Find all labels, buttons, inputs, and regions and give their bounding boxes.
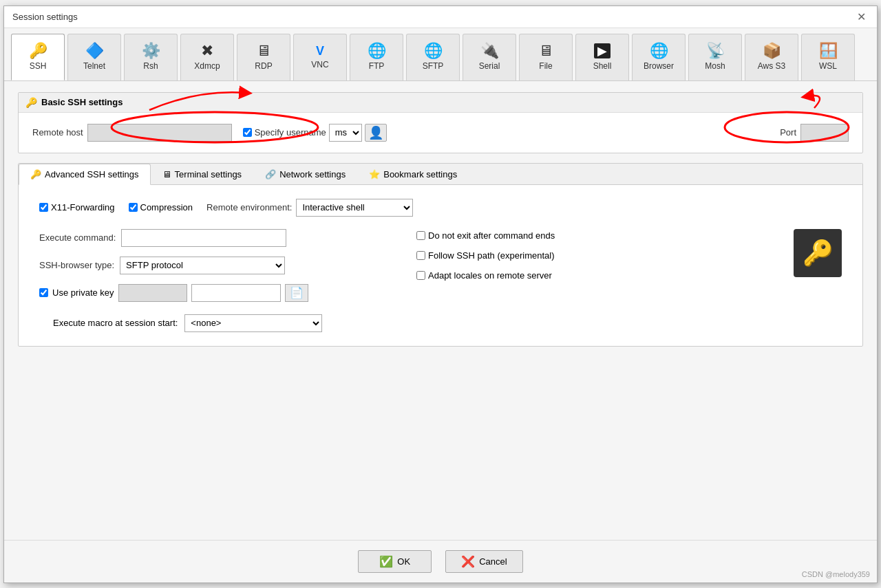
follow-ssh-path-label: Follow SSH path (experimental): [428, 250, 555, 261]
private-key-input[interactable]: [191, 284, 281, 302]
adapt-locales-group: Adapt locales on remote server: [416, 270, 766, 281]
file-icon: 🖥: [538, 43, 553, 58]
tab-shell-label: Shell: [593, 61, 612, 71]
tab-mosh[interactable]: 📡 Mosh: [688, 34, 742, 80]
advanced-tab-label: Advanced SSH settings: [45, 169, 139, 179]
follow-ssh-path-group: Follow SSH path (experimental): [416, 250, 766, 261]
port-label: Port: [780, 127, 796, 138]
do-not-exit-group: Do not exit after command ends: [416, 230, 766, 241]
remote-environment-label: Remote environment:: [206, 202, 292, 213]
tab-mosh-label: Mosh: [705, 61, 725, 71]
rdp-icon: 🖥: [256, 43, 271, 58]
awss3-icon: 📦: [763, 43, 781, 58]
x11-forwarding-checkbox[interactable]: [39, 203, 48, 212]
mosh-icon: 📡: [706, 43, 725, 58]
dialog-title: Session settings: [12, 12, 78, 22]
tab-xdmcp-label: Xdmcp: [194, 61, 220, 71]
remote-host-group: Remote host: [32, 124, 232, 142]
adv-row-split: Execute command: SSH-browser type: SFTP …: [39, 229, 842, 302]
protocol-tabs-bar: 🔑 SSH 🔷 Telnet ⚙️ Rsh ✖ Xdmcp 🖥 RDP V VN…: [4, 28, 877, 81]
basic-ssh-header: 🔑 Basic SSH settings: [19, 93, 862, 113]
tab-rsh-label: Rsh: [143, 61, 158, 71]
execute-macro-select[interactable]: <none>: [184, 314, 322, 332]
adv-row-1: X11-Forwarding Compression Remote enviro…: [39, 199, 842, 217]
tab-ssh[interactable]: 🔑 SSH: [11, 34, 65, 80]
ssh-browser-select[interactable]: SFTP protocol SCP protocol: [120, 257, 285, 274]
shell-icon: ▶: [594, 43, 611, 58]
basic-ssh-icon: 🔑: [25, 97, 37, 108]
do-not-exit-checkbox[interactable]: [416, 231, 425, 240]
tab-shell[interactable]: ▶ Shell: [575, 34, 629, 80]
watermark: CSDN @melody359: [802, 570, 870, 578]
tab-awss3[interactable]: 📦 Aws S3: [745, 34, 798, 80]
username-dropdown[interactable]: ms: [329, 124, 362, 142]
ok-button[interactable]: ✅ OK: [358, 550, 432, 573]
serial-icon: 🔌: [480, 43, 499, 58]
right-col: Do not exit after command ends Follow SS…: [416, 229, 766, 281]
tab-ftp-label: FTP: [369, 61, 385, 71]
telnet-icon: 🔷: [85, 43, 104, 58]
advanced-ssh-section: 🔑 Advanced SSH settings 🖥 Terminal setti…: [18, 163, 863, 347]
adapt-locales-checkbox[interactable]: [416, 271, 425, 280]
advanced-tab-icon: 🔑: [30, 169, 41, 179]
sub-tab-network[interactable]: 🔗 Network settings: [253, 164, 357, 185]
sftp-icon: 🌐: [424, 43, 443, 58]
sub-tab-bookmark[interactable]: ⭐ Bookmark settings: [357, 164, 469, 185]
port-input[interactable]: [800, 124, 849, 142]
ssh-icon: 🔑: [29, 43, 47, 58]
tab-rsh[interactable]: ⚙️ Rsh: [124, 34, 178, 80]
adapt-locales-label: Adapt locales on remote server: [428, 270, 552, 281]
cancel-x-icon: ❌: [461, 555, 475, 568]
execute-command-input[interactable]: [121, 229, 286, 247]
tab-vnc[interactable]: V VNC: [293, 34, 347, 80]
tab-file-label: File: [539, 61, 552, 71]
x11-group: X11-Forwarding: [39, 202, 115, 213]
remote-environment-group: Remote environment: Interactive shell Ba…: [206, 199, 413, 217]
do-not-exit-label: Do not exit after command ends: [428, 230, 555, 241]
tab-ssh-label: SSH: [30, 61, 47, 71]
execute-macro-label: Execute macro at session start:: [53, 318, 178, 328]
tab-rdp-label: RDP: [255, 61, 272, 71]
tab-wsl[interactable]: 🪟 WSL: [801, 34, 855, 80]
left-col: Execute command: SSH-browser type: SFTP …: [39, 229, 389, 302]
ok-checkmark-icon: ✅: [379, 555, 393, 568]
private-key-blurred: [118, 284, 187, 302]
use-private-key-checkbox[interactable]: [39, 288, 48, 297]
key-icon-box: 🔑: [794, 229, 842, 277]
tab-serial-label: Serial: [479, 61, 500, 71]
tab-file[interactable]: 🖥 File: [519, 34, 573, 80]
tab-sftp[interactable]: 🌐 SFTP: [406, 34, 460, 80]
sub-tabs-bar: 🔑 Advanced SSH settings 🖥 Terminal setti…: [19, 164, 862, 185]
user-icon-button[interactable]: 👤: [365, 124, 387, 142]
cancel-label: Cancel: [479, 556, 507, 567]
tab-serial[interactable]: 🔌 Serial: [463, 34, 516, 80]
tab-ftp[interactable]: 🌐 FTP: [350, 34, 403, 80]
close-button[interactable]: ✕: [854, 10, 869, 23]
cancel-button[interactable]: ❌ Cancel: [445, 550, 522, 573]
use-private-key-label: Use private key: [52, 287, 114, 298]
tab-xdmcp[interactable]: ✖ Xdmcp: [180, 34, 234, 80]
follow-ssh-path-checkbox[interactable]: [416, 251, 425, 260]
bottom-bar: ✅ OK ❌ Cancel: [4, 540, 877, 582]
sub-tab-advanced[interactable]: 🔑 Advanced SSH settings: [19, 164, 151, 185]
terminal-tab-label: Terminal settings: [175, 169, 242, 179]
advanced-body: X11-Forwarding Compression Remote enviro…: [19, 185, 862, 346]
main-content: 🔑 Basic SSH settings Remote host Specify…: [4, 81, 877, 540]
specify-username-group: Specify username ms 👤: [243, 124, 387, 142]
remote-host-input[interactable]: [87, 124, 232, 142]
private-key-browse-button[interactable]: 📄: [285, 284, 308, 302]
specify-username-checkbox[interactable]: [243, 128, 252, 137]
tab-wsl-label: WSL: [819, 61, 837, 71]
ssh-browser-row: SSH-browser type: SFTP protocol SCP prot…: [39, 257, 389, 274]
compression-label: Compression: [140, 202, 193, 213]
compression-checkbox[interactable]: [129, 203, 138, 212]
remote-environment-select[interactable]: Interactive shell Bash Zsh: [296, 199, 413, 217]
tab-rdp[interactable]: 🖥 RDP: [237, 34, 290, 80]
macro-row: Execute macro at session start: <none>: [39, 314, 842, 332]
basic-ssh-body: Remote host Specify username ms 👤 Port: [19, 113, 862, 153]
sub-tab-terminal[interactable]: 🖥 Terminal settings: [151, 164, 254, 185]
tab-browser[interactable]: 🌐 Browser: [632, 34, 686, 80]
tab-telnet[interactable]: 🔷 Telnet: [67, 34, 121, 80]
rsh-icon: ⚙️: [142, 43, 160, 58]
execute-command-row: Execute command:: [39, 229, 389, 247]
